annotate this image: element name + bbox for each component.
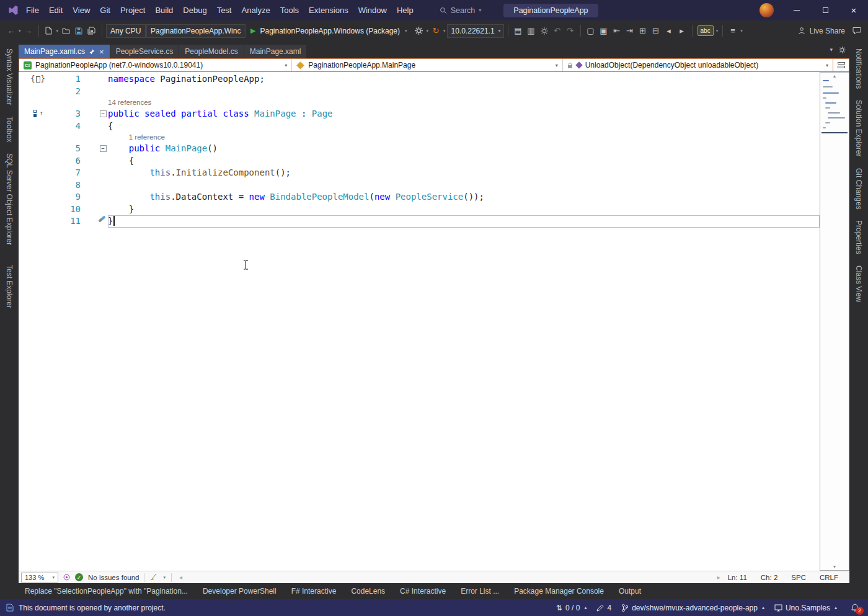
spell-checker-toggle[interactable]: abc — [698, 25, 714, 36]
panel-tab-output[interactable]: Output — [613, 587, 647, 596]
glyph-margin[interactable] — [19, 215, 57, 228]
menu-project[interactable]: Project — [115, 0, 150, 20]
panel-tab-error-list[interactable]: Error List ... — [454, 587, 505, 596]
previous-bookmark-icon[interactable]: ◂ — [663, 24, 675, 38]
glyph-margin[interactable] — [19, 203, 57, 216]
line-number[interactable]: 4 — [57, 120, 81, 133]
code-row[interactable]: 10 } — [19, 203, 820, 216]
find-in-files-icon[interactable]: ▢ — [585, 24, 597, 38]
glyph-margin[interactable] — [19, 120, 57, 133]
repository-button[interactable]: Uno.Samples ▴ — [774, 604, 837, 612]
tool-tab-notifications[interactable]: Notifications — [854, 48, 863, 89]
menu-window[interactable]: Window — [353, 0, 392, 20]
start-debugging-button[interactable]: ▶ PaginationPeopleApp.Windows (Package) … — [246, 24, 412, 38]
send-feedback-icon[interactable] — [851, 24, 863, 38]
target-os-version-dropdown[interactable]: 10.0.22621.1 ▾ — [447, 24, 504, 38]
menu-extensions[interactable]: Extensions — [304, 0, 353, 20]
tool-tab-sql-server-object-explorer[interactable]: SQL Server Object Explorer — [5, 153, 14, 245]
codelens-label[interactable]: 14 references — [108, 97, 820, 108]
glyph-margin[interactable] — [19, 179, 57, 192]
vertical-scrollbar-minimap[interactable]: ▲ ▼ — [820, 72, 849, 571]
panel-tab-codelens[interactable]: CodeLens — [345, 587, 391, 596]
navigate-backward-icon[interactable]: ← — [5, 24, 17, 38]
git-sync-button[interactable]: ⇅ 0 / 0 ▴ — [556, 604, 587, 612]
panel-tab-csharp-interactive[interactable]: C# Interactive — [394, 587, 452, 596]
menu-file[interactable]: File — [21, 0, 44, 20]
pin-tab-icon[interactable] — [89, 49, 95, 55]
tool-tab-properties[interactable]: Properties — [854, 220, 863, 254]
tab-mainpage-xaml-cs[interactable]: MainPage.xaml.cs × — [19, 45, 110, 58]
menu-git[interactable]: Git — [95, 0, 115, 20]
tab-peopleservice-cs[interactable]: PeopleService.cs — [110, 45, 179, 58]
redo-icon[interactable]: ↷ — [564, 24, 577, 38]
menu-analyze[interactable]: Analyze — [236, 0, 275, 20]
code-row[interactable]: 11} — [19, 215, 820, 228]
save-icon[interactable] — [73, 24, 85, 38]
spaces-indicator[interactable]: SPC — [791, 574, 806, 581]
decrease-indent-icon[interactable]: ⇤ — [611, 24, 623, 38]
undo-icon[interactable]: ↶ — [551, 24, 564, 38]
uncomment-selection-icon[interactable]: ⊟ — [650, 24, 662, 38]
glyph-margin[interactable]: {} — [19, 73, 57, 86]
line-number[interactable] — [57, 97, 81, 108]
type-dropdown[interactable]: PaginationPeopleApp.MainPage ▾ — [292, 59, 562, 71]
close-button[interactable]: × — [839, 0, 868, 20]
glyph-margin[interactable] — [19, 97, 57, 108]
tool-tab-syntax-visualizer[interactable]: Syntax Visualizer — [5, 48, 14, 105]
tool-tab-toolbox[interactable]: Toolbox — [5, 117, 14, 142]
hot-reload-dropdown-icon[interactable]: ▾ — [443, 29, 446, 33]
line-number[interactable]: 3 — [57, 108, 81, 120]
hot-reload-icon[interactable]: ↻ — [430, 24, 442, 38]
issues-label[interactable]: No issues found — [88, 574, 139, 581]
maximize-button[interactable] — [811, 0, 839, 20]
minimize-button[interactable] — [782, 0, 811, 20]
code-row[interactable]: 9 this.DataContext = new BindablePeopleM… — [19, 191, 820, 203]
code-row[interactable]: {}1namespace PaginationPeopleApp; — [19, 73, 820, 86]
zoom-dropdown[interactable]: 133 % ▾ — [21, 573, 58, 583]
more-commands-dropdown-icon[interactable]: ▾ — [740, 29, 743, 33]
tool-tab-git-changes[interactable]: Git Changes — [854, 168, 863, 210]
line-number[interactable]: 5 — [57, 143, 81, 155]
search-box[interactable]: Search ▾ — [435, 5, 487, 16]
next-bookmark-icon[interactable]: ▸ — [676, 24, 688, 38]
codelens-label[interactable]: 1 reference — [108, 132, 820, 143]
line-number[interactable]: 1 — [57, 73, 81, 86]
menu-test[interactable]: Test — [212, 0, 237, 20]
menu-tools[interactable]: Tools — [275, 0, 304, 20]
increase-indent-icon[interactable]: ⇥ — [624, 24, 636, 38]
code-row[interactable]: 2 — [19, 86, 820, 98]
document-health-icon[interactable] — [63, 574, 70, 581]
line-number[interactable]: 11 — [57, 215, 81, 228]
spell-checker-dropdown-icon[interactable]: ▾ — [715, 29, 719, 33]
code-row[interactable]: ↑3−public sealed partial class MainPage … — [19, 108, 820, 120]
solution-explorer-sync-icon[interactable]: ▤ — [512, 24, 525, 38]
split-window-button[interactable] — [833, 59, 849, 71]
new-file-icon[interactable] — [43, 24, 55, 38]
scroll-right-icon[interactable]: ▸ — [717, 574, 720, 581]
glyph-margin[interactable] — [19, 132, 57, 143]
code-row[interactable]: 6 { — [19, 155, 820, 167]
panel-tab-package-manager-console[interactable]: Package Manager Console — [508, 587, 610, 596]
navigate-forward-icon[interactable]: → — [22, 24, 35, 38]
close-tab-icon[interactable]: × — [99, 48, 104, 56]
code-row[interactable]: 7 this.InitializeComponent(); — [19, 167, 820, 179]
live-share-button[interactable]: Live Share — [792, 27, 850, 35]
more-commands-icon[interactable]: ≡ — [727, 24, 739, 38]
startup-project-dropdown[interactable]: PaginationPeopleApp.Winc ▾ — [146, 24, 246, 38]
code-row[interactable]: 8 — [19, 179, 820, 192]
project-dropdown[interactable]: C# PaginationPeopleApp (net7.0-windows10… — [19, 59, 292, 71]
line-number[interactable]: 2 — [57, 86, 81, 98]
navigate-backward-dropdown-icon[interactable]: ▾ — [18, 29, 22, 33]
menu-edit[interactable]: Edit — [44, 0, 68, 20]
line-number[interactable]: 10 — [57, 203, 81, 216]
code-cleanup-broom-icon[interactable] — [149, 573, 157, 581]
tab-peoplemodel-cs[interactable]: PeopleModel.cs — [179, 45, 243, 58]
member-dropdown[interactable]: UnloadObject(DependencyObject unloadable… — [563, 59, 833, 71]
menu-help[interactable]: Help — [392, 0, 418, 20]
codelens-row[interactable]: 1 reference — [19, 132, 820, 143]
line-endings-indicator[interactable]: CRLF — [820, 574, 838, 581]
fold-collapse-icon[interactable]: − — [98, 143, 108, 155]
horizontal-scrollbar[interactable]: ◂ ▸ — [177, 574, 723, 581]
code-row[interactable]: 5− public MainPage() — [19, 143, 820, 155]
line-number[interactable]: 8 — [57, 179, 81, 192]
